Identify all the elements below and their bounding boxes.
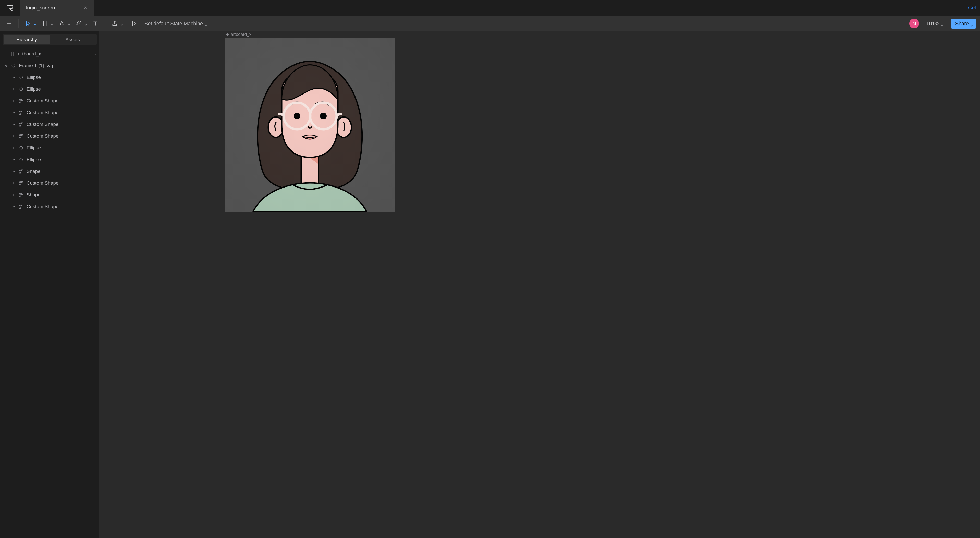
close-tab-icon[interactable]: ×	[84, 5, 87, 11]
svg-rect-4	[22, 99, 23, 101]
hamburger-menu[interactable]	[3, 18, 14, 29]
tree-row[interactable]: artboard_x	[0, 48, 99, 60]
svg-point-1	[20, 76, 23, 79]
tree-row[interactable]: Custom Shape	[0, 95, 99, 107]
svg-point-3	[19, 99, 21, 101]
tree-row[interactable]: Custom Shape	[0, 177, 99, 189]
artboard-tool[interactable]	[40, 18, 54, 29]
hierarchy-tree: artboard_xFrame 1 (1).svgEllipseEllipseC…	[0, 48, 99, 538]
chevron-down-icon[interactable]	[94, 52, 97, 56]
svg-point-11	[20, 146, 23, 149]
pen-tool[interactable]	[56, 18, 71, 29]
avatar-illustration	[225, 38, 395, 212]
caret-closed-icon[interactable]	[12, 181, 16, 185]
play-button[interactable]	[129, 18, 139, 29]
tree-row-label: Custom Shape	[27, 204, 59, 209]
svg-point-25	[294, 113, 301, 119]
tree-row-label: Shape	[27, 192, 41, 198]
svg-rect-6	[22, 111, 23, 112]
artboard[interactable]	[225, 38, 395, 212]
tree-row-label: Ellipse	[27, 75, 41, 80]
play-icon	[130, 20, 137, 27]
caret-open-icon[interactable]	[5, 64, 8, 67]
zoom-dropdown[interactable]: 101%	[926, 21, 943, 27]
artboard-label[interactable]: artboard_x	[226, 32, 251, 37]
file-tab-title: login_screen	[26, 5, 55, 11]
artboard-icon	[41, 20, 48, 27]
bone-icon	[75, 20, 82, 27]
caret-closed-icon[interactable]	[12, 146, 16, 150]
caret-closed-icon[interactable]	[12, 193, 16, 197]
artboard-dot-icon	[226, 34, 229, 36]
caret-closed-icon[interactable]	[12, 76, 16, 79]
caret-closed-icon[interactable]	[12, 87, 16, 91]
svg-point-0	[6, 65, 7, 67]
svg-point-15	[19, 181, 21, 183]
artboard-icon	[10, 51, 15, 57]
svg-point-7	[19, 123, 21, 124]
titlebar-link[interactable]: Get t	[968, 0, 980, 16]
menu-icon	[6, 20, 12, 27]
bone-tool[interactable]	[73, 18, 88, 29]
tree-row-label: Ellipse	[27, 86, 41, 92]
tree-row[interactable]: Custom Shape	[0, 118, 99, 130]
tree-row-label: Ellipse	[27, 157, 41, 163]
main-area: Hierarchy Assets artboard_xFrame 1 (1).s…	[0, 31, 980, 538]
app-logo[interactable]	[0, 0, 21, 16]
custom-icon	[18, 192, 24, 198]
tree-row[interactable]: Ellipse	[0, 142, 99, 154]
chevron-down-icon	[941, 22, 943, 25]
svg-point-5	[19, 111, 21, 112]
tree-row-label: Custom Shape	[27, 121, 59, 127]
share-button[interactable]: Share	[951, 19, 977, 29]
caret-closed-icon[interactable]	[12, 99, 16, 103]
ellipse-icon	[18, 86, 24, 92]
svg-point-12	[20, 158, 23, 161]
tool-bar: Set default State Machine N 101% Share	[0, 16, 980, 31]
custom-icon	[18, 110, 24, 115]
state-machine-label: Set default State Machine	[145, 21, 203, 27]
tab-hierarchy[interactable]: Hierarchy	[3, 35, 50, 45]
custom-icon	[18, 121, 24, 127]
custom-icon	[18, 133, 24, 139]
pointer-icon	[25, 20, 32, 27]
tab-assets[interactable]: Assets	[50, 35, 96, 45]
caret-closed-icon[interactable]	[12, 111, 16, 115]
canvas[interactable]: artboard_x	[100, 31, 980, 538]
custom-icon	[18, 98, 24, 104]
ellipse-icon	[18, 75, 24, 80]
svg-rect-14	[22, 170, 23, 171]
tree-row[interactable]: Ellipse	[0, 72, 99, 83]
user-avatar[interactable]: N	[909, 19, 919, 28]
caret-closed-icon[interactable]	[12, 134, 16, 138]
tree-row[interactable]: Frame 1 (1).svg	[0, 60, 99, 72]
state-machine-dropdown[interactable]: Set default State Machine	[142, 21, 210, 27]
tree-row[interactable]: Ellipse	[0, 83, 99, 95]
tree-row[interactable]: Custom Shape	[0, 130, 99, 142]
tree-row[interactable]: Shape	[0, 166, 99, 177]
export-tool[interactable]	[109, 18, 124, 29]
chevron-down-icon	[970, 22, 973, 25]
svg-point-19	[19, 205, 21, 206]
file-tab[interactable]: login_screen ×	[21, 0, 94, 16]
caret-closed-icon[interactable]	[12, 158, 16, 161]
tree-row[interactable]: Ellipse	[0, 154, 99, 166]
artboard-label-text: artboard_x	[231, 32, 251, 37]
tree-row[interactable]: Shape	[0, 189, 99, 201]
tree-row[interactable]: Custom Shape	[0, 107, 99, 118]
svg-point-17	[19, 193, 21, 195]
svg-rect-8	[22, 123, 23, 124]
caret-closed-icon[interactable]	[12, 123, 16, 126]
svg-rect-18	[22, 193, 23, 195]
tree-row-label: Shape	[27, 169, 41, 174]
svg-point-13	[19, 170, 21, 171]
custom-icon	[18, 204, 24, 209]
svg-rect-10	[22, 134, 23, 136]
chevron-down-icon	[84, 22, 87, 25]
caret-closed-icon[interactable]	[12, 170, 16, 173]
select-tool[interactable]	[23, 18, 37, 29]
tree-row[interactable]: Custom Shape	[0, 201, 99, 212]
text-tool[interactable]	[90, 18, 101, 29]
caret-closed-icon[interactable]	[12, 205, 16, 208]
caret-none	[3, 52, 7, 56]
